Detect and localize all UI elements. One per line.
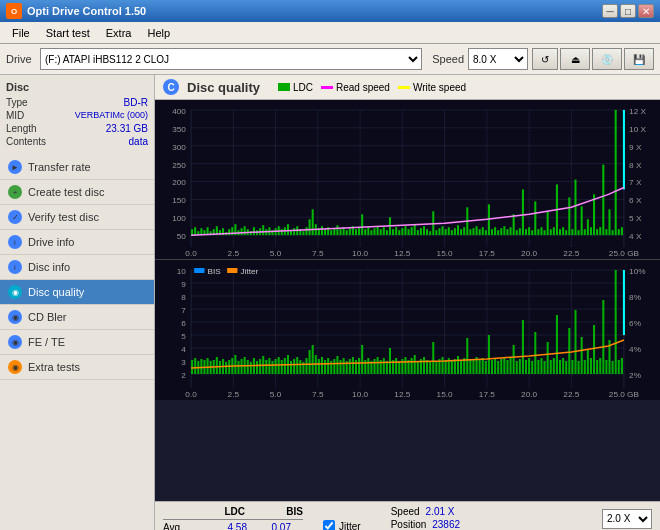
svg-rect-358 (562, 358, 564, 374)
svg-rect-275 (305, 358, 307, 374)
svg-text:22.5: 22.5 (563, 390, 580, 399)
svg-text:5.0: 5.0 (270, 390, 282, 399)
svg-rect-367 (590, 358, 592, 374)
svg-rect-48 (194, 227, 196, 235)
menu-start-test[interactable]: Start test (38, 25, 98, 41)
jitter-checkbox[interactable] (323, 520, 335, 530)
svg-rect-114 (398, 230, 400, 235)
disc-info-label: Disc info (28, 261, 70, 273)
menu-extra[interactable]: Extra (98, 25, 140, 41)
svg-rect-341 (510, 358, 512, 374)
sidebar-item-disc-info[interactable]: i Disc info (0, 255, 154, 280)
svg-rect-93 (333, 228, 335, 235)
svg-rect-281 (324, 360, 326, 374)
svg-rect-345 (522, 320, 524, 374)
avg-bis: 0.07 (251, 522, 291, 530)
svg-rect-286 (339, 360, 341, 374)
svg-text:150: 150 (172, 196, 186, 205)
svg-rect-352 (544, 361, 546, 374)
svg-rect-156 (528, 227, 530, 235)
svg-rect-366 (587, 350, 589, 374)
svg-rect-135 (463, 227, 465, 235)
svg-rect-365 (584, 360, 586, 374)
svg-rect-332 (482, 358, 484, 374)
svg-rect-271 (293, 359, 295, 374)
read-speed-legend-color (321, 86, 333, 89)
svg-rect-139 (476, 226, 478, 235)
svg-rect-264 (271, 361, 273, 374)
read-speed-legend-label: Read speed (336, 82, 390, 93)
refresh-button[interactable]: ↺ (532, 48, 558, 70)
svg-rect-260 (259, 359, 261, 374)
extra-tests-icon: ◉ (8, 360, 22, 374)
sidebar-item-disc-quality[interactable]: ◉ Disc quality (0, 280, 154, 305)
sidebar-item-extra-tests[interactable]: ◉ Extra tests (0, 355, 154, 380)
svg-rect-95 (339, 229, 341, 235)
svg-rect-263 (268, 358, 270, 374)
sidebar-item-verify-test-disc[interactable]: ✓ Verify test disc (0, 205, 154, 230)
title-bar: O Opti Drive Control 1.50 ─ □ ✕ (0, 0, 660, 22)
svg-rect-138 (472, 228, 474, 235)
save-button[interactable]: 💾 (624, 48, 654, 70)
svg-text:22.5: 22.5 (563, 249, 580, 258)
svg-rect-241 (200, 359, 202, 374)
charts-area: 400 350 300 250 200 150 100 50 12 X 10 X… (155, 100, 660, 501)
svg-text:2.5: 2.5 (228, 390, 240, 399)
cd-bler-icon: ◉ (8, 310, 22, 324)
transfer-rate-icon: ► (8, 160, 22, 174)
maximize-button[interactable]: □ (620, 4, 636, 18)
speed-select-stats[interactable]: 2.0 X (602, 509, 652, 529)
sidebar-item-cd-bler[interactable]: ◉ CD Bler (0, 305, 154, 330)
drive-select[interactable]: (F:) ATAPI iHBS112 2 CLOJ (40, 48, 422, 70)
svg-text:350: 350 (172, 125, 186, 134)
svg-text:Jitter: Jitter (241, 267, 259, 276)
sidebar-item-create-test-disc[interactable]: + Create test disc (0, 180, 154, 205)
svg-text:300: 300 (172, 143, 186, 152)
svg-text:2%: 2% (629, 371, 641, 380)
sidebar-item-drive-info[interactable]: i Drive info (0, 230, 154, 255)
svg-text:4 X: 4 X (629, 232, 642, 241)
position-label: Position (391, 519, 427, 530)
disc-type-label: Type (6, 97, 28, 108)
disc-contents-label: Contents (6, 136, 46, 147)
eject-button[interactable]: ⏏ (560, 48, 590, 70)
speed-stat-label: Speed (391, 506, 420, 517)
svg-rect-140 (479, 229, 481, 235)
svg-rect-103 (364, 229, 366, 235)
svg-text:25.0 GB: 25.0 GB (609, 390, 639, 399)
speed-label: Speed (432, 53, 464, 65)
svg-text:8%: 8% (629, 293, 641, 302)
disc-quality-title: Disc quality (187, 80, 260, 95)
svg-rect-331 (479, 360, 481, 374)
svg-rect-159 (537, 229, 539, 235)
ldc-legend-color (278, 83, 290, 91)
svg-rect-370 (599, 358, 601, 374)
svg-text:15.0: 15.0 (437, 390, 454, 399)
drive-label: Drive (6, 53, 36, 65)
svg-text:50: 50 (177, 232, 187, 241)
chart-legend: LDC Read speed Write speed (278, 82, 466, 93)
svg-rect-182 (608, 209, 610, 235)
disc-icon-button[interactable]: 💿 (592, 48, 622, 70)
svg-rect-94 (336, 225, 338, 235)
svg-rect-339 (503, 357, 505, 374)
svg-rect-256 (247, 360, 249, 374)
write-speed-legend-label: Write speed (413, 82, 466, 93)
create-test-disc-icon: + (8, 185, 22, 199)
svg-rect-167 (562, 227, 564, 235)
sidebar-item-transfer-rate[interactable]: ► Transfer rate (0, 155, 154, 180)
svg-rect-337 (497, 361, 499, 374)
sidebar-item-fe-te[interactable]: ◉ FE / TE (0, 330, 154, 355)
minimize-button[interactable]: ─ (602, 4, 618, 18)
svg-rect-158 (534, 201, 536, 235)
extra-tests-label: Extra tests (28, 361, 80, 373)
close-button[interactable]: ✕ (638, 4, 654, 18)
upper-chart: 400 350 300 250 200 150 100 50 12 X 10 X… (155, 100, 660, 260)
svg-rect-123 (426, 229, 428, 235)
menu-help[interactable]: Help (139, 25, 178, 41)
speed-select-top[interactable]: 8.0 X (468, 48, 528, 70)
svg-rect-64 (244, 226, 246, 235)
menu-file[interactable]: File (4, 25, 38, 41)
svg-rect-315 (429, 362, 431, 374)
svg-rect-130 (448, 227, 450, 235)
